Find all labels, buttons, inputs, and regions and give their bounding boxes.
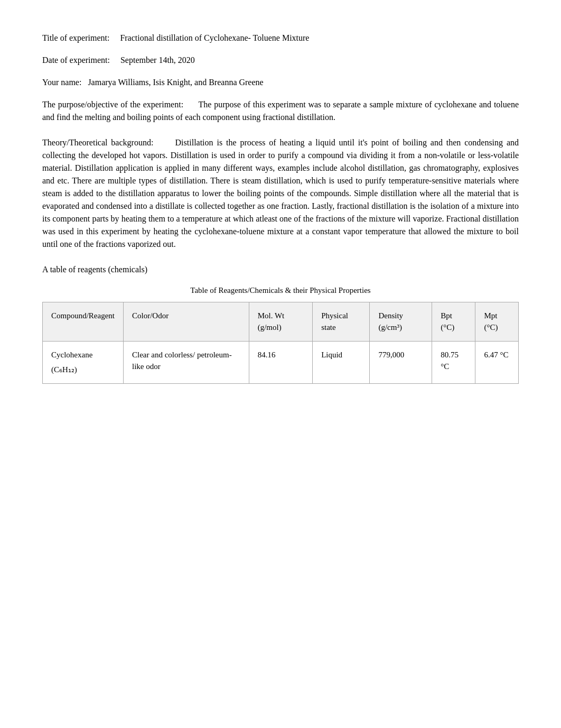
name-label: Your name: <box>42 78 81 87</box>
cell-color-odor: Clear and colorless/ petroleum-like odor <box>124 341 249 383</box>
title-label: Title of experiment: <box>42 33 109 42</box>
purpose-section: The purpose/objective of the experiment:… <box>42 98 519 124</box>
theory-section: Theory/Theoretical background: Distillat… <box>42 136 519 251</box>
cell-molwt: 84.16 <box>249 341 312 383</box>
name-value: Jamarya Williams, Isis Knight, and Brean… <box>88 78 263 87</box>
date-value: September 14th, 2020 <box>120 56 195 64</box>
date-label: Date of experiment: <box>42 56 110 64</box>
reagents-table: Compound/Reagent Color/Odor Mol. Wt (g/m… <box>42 302 519 384</box>
name-line: Your name: Jamarya Williams, Isis Knight… <box>42 76 519 89</box>
compound-name: Cyclohexane <box>51 349 115 361</box>
header-physical: Physical state <box>313 302 370 341</box>
title-line: Title of experiment: Fractional distilla… <box>42 32 519 44</box>
compound-formula: (C₆H₁₂) <box>51 364 115 376</box>
header-density: Density (g/cm³) <box>370 302 432 341</box>
header-color: Color/Odor <box>124 302 249 341</box>
date-line: Date of experiment: September 14th, 2020 <box>42 54 519 67</box>
theory-label: Theory/Theoretical background: <box>42 138 153 147</box>
cell-compound: Cyclohexane (C₆H₁₂) <box>43 341 124 383</box>
cell-bpt: 80.75 °C <box>432 341 475 383</box>
header-molwt: Mol. Wt (g/mol) <box>249 302 312 341</box>
table-header-row: Compound/Reagent Color/Odor Mol. Wt (g/m… <box>43 302 519 341</box>
purpose-label: The purpose/objective of the experiment: <box>42 100 183 109</box>
theory-text: Distillation is the process of heating a… <box>42 138 519 248</box>
cell-mpt: 6.47 °C <box>475 341 519 383</box>
title-value: Fractional distillation of Cyclohexane- … <box>120 33 309 42</box>
cell-density: 779,000 <box>370 341 432 383</box>
header-bpt: Bpt (°C) <box>432 302 475 341</box>
table-intro-text: A table of reagents (chemicals) <box>42 263 519 276</box>
table-row: Cyclohexane (C₆H₁₂) Clear and colorless/… <box>43 341 519 383</box>
header-mpt: Mpt (°C) <box>475 302 519 341</box>
table-title: Table of Reagents/Chemicals & their Phys… <box>42 284 519 297</box>
table-section: A table of reagents (chemicals) Table of… <box>42 263 519 384</box>
cell-physical-state: Liquid <box>313 341 370 383</box>
header-compound: Compound/Reagent <box>43 302 124 341</box>
